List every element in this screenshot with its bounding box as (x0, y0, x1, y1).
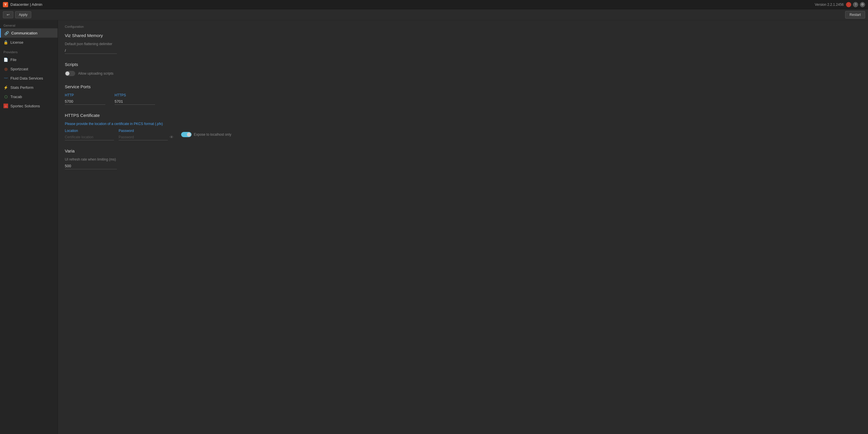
cert-password-input[interactable] (119, 134, 168, 140)
expose-knob (187, 132, 191, 136)
sidebar-item-sportzcast-label: Sportzcast (10, 67, 28, 71)
cert-location-input[interactable] (65, 134, 114, 140)
cert-location-field: Location (65, 129, 114, 140)
refresh-rate-label: UI refresh rate when limiting (ms) (65, 157, 861, 161)
cert-password-field: Password 👁 (119, 129, 174, 140)
titlebar-right: Version 2.2.1.2456 ! ? ⚙ (815, 2, 865, 7)
expose-toggle[interactable] (181, 132, 191, 137)
sidebar-item-fluid-data-label: Fluid Data Services (10, 76, 43, 81)
scripts-section: Scripts Allow uploading scripts (65, 62, 861, 76)
allow-scripts-label: Allow uploading scripts (78, 71, 114, 75)
communication-icon: 🔗 (4, 31, 9, 35)
https-port-field: HTTPS (115, 93, 155, 105)
http-port-field: HTTP (65, 93, 105, 105)
viz-shared-memory-section: Viz Shared Memory Default json flattenin… (65, 33, 861, 54)
main-layout: General 🔗 Communication 🔒 License Provid… (0, 20, 868, 434)
sidebar-item-file[interactable]: 📄 File (0, 55, 58, 64)
expose-row: Expose to localhost only (181, 132, 231, 137)
allow-scripts-toggle[interactable] (65, 71, 75, 76)
password-row: 👁 (119, 134, 174, 140)
scripts-title: Scripts (65, 62, 861, 67)
https-port-label: HTTPS (115, 93, 155, 97)
refresh-rate-field: UI refresh rate when limiting (ms) (65, 157, 861, 169)
titlebar-left: V Datacenter | Admin (3, 2, 42, 7)
allow-scripts-row: Allow uploading scripts (65, 71, 861, 76)
file-icon: 📄 (3, 57, 8, 62)
sidebar-item-license[interactable]: 🔒 License (0, 38, 58, 47)
apply-button[interactable]: Apply (15, 11, 31, 18)
password-eye-icon[interactable]: 👁 (169, 135, 174, 140)
http-label: HTTP (65, 93, 105, 97)
cert-location-label: Location (65, 129, 114, 133)
varia-section: Varia UI refresh rate when limiting (ms) (65, 148, 861, 169)
restart-button[interactable]: Restart (845, 11, 865, 19)
app-logo: V (3, 2, 8, 7)
delimiter-field: Default json flattening delimiter (65, 42, 861, 54)
content-area: Configuration Viz Shared Memory Default … (58, 20, 868, 434)
sidebar-item-file-label: File (10, 58, 17, 62)
sidebar-item-sportec-label: Sportec Solutions (10, 104, 40, 108)
back-button[interactable]: ↩ (3, 11, 13, 18)
stats-perform-icon: ⚡ (3, 85, 8, 90)
https-port-input[interactable] (115, 98, 155, 105)
sportec-icon: ◈ (3, 103, 8, 108)
cert-note: Please provide the location of a certifi… (65, 122, 861, 126)
toolbar: ↩ Apply Restart (0, 9, 868, 20)
sidebar-item-sportzcast[interactable]: ◎ Sportzcast (0, 64, 58, 73)
back-icon: ↩ (7, 13, 9, 17)
varia-title: Varia (65, 148, 861, 153)
titlebar: V Datacenter | Admin Version 2.2.1.2456 … (0, 0, 868, 9)
sidebar-item-communication-label: Communication (11, 31, 37, 35)
cert-password-label: Password (119, 129, 174, 133)
viz-shared-memory-title: Viz Shared Memory (65, 33, 861, 38)
expose-label: Expose to localhost only (194, 132, 231, 136)
tracab-icon: ⬡ (3, 94, 8, 99)
version-label: Version 2.2.1.2456 (815, 3, 844, 7)
license-icon: 🔒 (3, 40, 8, 44)
delimiter-label: Default json flattening delimiter (65, 42, 861, 46)
https-cert-title: HTTPS Certificate (65, 113, 861, 118)
sidebar-item-stats-perform-label: Stats Perform (10, 85, 33, 90)
sidebar-providers-label: Providers (0, 47, 58, 55)
sidebar-item-sportec[interactable]: ◈ Sportec Solutions (0, 101, 58, 111)
delimiter-input[interactable] (65, 48, 117, 54)
sidebar-item-tracab[interactable]: ⬡ Tracab (0, 92, 58, 101)
ports-row: HTTP HTTPS (65, 93, 861, 105)
sidebar-general-label: General (0, 20, 58, 28)
refresh-rate-input[interactable] (65, 163, 117, 169)
sportzcast-icon: ◎ (3, 66, 8, 71)
app-title: Datacenter | Admin (10, 2, 42, 7)
cert-row: Location Password 👁 Ex (65, 129, 861, 140)
help-icon[interactable]: ? (853, 2, 858, 7)
titlebar-icons: ! ? ⚙ (846, 2, 865, 7)
http-input[interactable] (65, 98, 105, 105)
sidebar-item-communication[interactable]: 🔗 Communication (0, 28, 58, 38)
fluid-data-icon: 〰 (3, 76, 8, 81)
alert-icon[interactable]: ! (846, 2, 851, 7)
sidebar-item-stats-perform[interactable]: ⚡ Stats Perform (0, 83, 58, 92)
service-ports-title: Service Ports (65, 84, 861, 89)
sidebar: General 🔗 Communication 🔒 License Provid… (0, 20, 58, 434)
settings-icon[interactable]: ⚙ (860, 2, 865, 7)
allow-scripts-knob (65, 71, 69, 75)
sidebar-item-license-label: License (10, 40, 24, 44)
sidebar-item-fluid-data[interactable]: 〰 Fluid Data Services (0, 73, 58, 83)
https-cert-section: HTTPS Certificate Please provide the loc… (65, 113, 861, 140)
sidebar-item-tracab-label: Tracab (10, 95, 22, 99)
configuration-label: Configuration (65, 25, 861, 28)
service-ports-section: Service Ports HTTP HTTPS (65, 84, 861, 105)
